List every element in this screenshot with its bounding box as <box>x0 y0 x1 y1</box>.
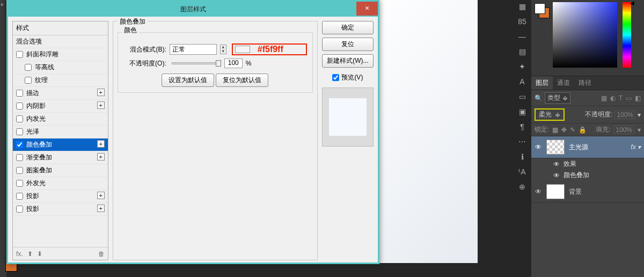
reset-default-button[interactable]: 复位为默认值 <box>216 74 268 87</box>
style-row[interactable]: 外发光 <box>13 177 108 190</box>
panel-icon[interactable]: — <box>518 32 526 41</box>
style-checkbox[interactable] <box>16 90 23 97</box>
tab-channels[interactable]: 通道 <box>553 76 574 90</box>
layer-item[interactable]: 👁主光源fx ▾ <box>531 136 644 158</box>
style-row[interactable]: 内阴影+ <box>13 100 108 113</box>
fx-badge[interactable]: fx ▾ <box>631 143 641 151</box>
style-row[interactable]: 图案叠加 <box>13 164 108 177</box>
lock-position-icon[interactable]: ✥ <box>561 126 567 134</box>
style-checkbox[interactable] <box>16 128 23 135</box>
style-row[interactable]: 斜面和浮雕 <box>13 48 108 61</box>
chevron-down-icon[interactable]: ▾ <box>638 126 641 134</box>
lock-pixels-icon[interactable]: ▩ <box>552 126 558 134</box>
hue-slider[interactable] <box>623 2 631 68</box>
style-row[interactable]: 等高线 <box>13 61 108 74</box>
panel-icon[interactable]: ▣ <box>519 107 526 116</box>
add-instance-icon[interactable]: + <box>97 89 105 96</box>
visibility-icon[interactable]: 👁 <box>535 143 542 151</box>
style-row[interactable]: 投影+ <box>13 203 108 216</box>
preview-checkbox[interactable]: 预览(V) <box>322 73 374 82</box>
visibility-icon[interactable]: 👁 <box>553 172 560 179</box>
color-swatch[interactable] <box>235 46 250 53</box>
style-row[interactable]: 投影+ <box>13 190 108 203</box>
trash-icon[interactable]: 🗑 <box>98 250 105 258</box>
add-instance-icon[interactable]: + <box>97 140 105 148</box>
set-default-button[interactable]: 设置为默认值 <box>162 74 214 87</box>
add-instance-icon[interactable]: + <box>97 205 105 212</box>
panel-icon[interactable]: ▭ <box>519 92 526 101</box>
lock-brush-icon[interactable]: ✎ <box>570 126 575 134</box>
filter-shape-icon[interactable]: ▭ <box>626 94 632 102</box>
style-row[interactable]: 颜色叠加+ <box>13 138 108 151</box>
layer-thumbnail[interactable] <box>546 184 565 199</box>
new-style-button[interactable]: 新建样式(W)... <box>322 54 374 68</box>
color-field[interactable] <box>553 2 617 68</box>
style-row[interactable]: 描边+ <box>13 87 108 100</box>
filter-kind-select[interactable]: 类型≑ <box>545 92 570 104</box>
style-checkbox[interactable] <box>16 193 23 200</box>
move-up-icon[interactable]: ⬆ <box>27 250 33 258</box>
move-tool-icon[interactable]: ▹ <box>1 1 4 7</box>
add-instance-icon[interactable]: + <box>97 153 105 161</box>
tab-layers[interactable]: 图层 <box>531 76 553 90</box>
panel-icon[interactable]: ℹ <box>521 152 524 161</box>
style-checkbox[interactable] <box>16 167 23 174</box>
style-checkbox[interactable] <box>16 103 23 110</box>
style-checkbox[interactable] <box>16 115 23 122</box>
filter-smart-icon[interactable]: ◧ <box>635 94 641 102</box>
blend-spinner[interactable]: ▲▼ <box>220 45 226 54</box>
style-row[interactable]: 混合选项 <box>13 35 108 48</box>
panel-icon[interactable]: ¶ <box>520 122 524 131</box>
tab-paths[interactable]: 路径 <box>574 76 596 90</box>
dialog-close-button[interactable]: × <box>356 2 378 16</box>
panel-icon[interactable]: ⊕ <box>519 183 525 191</box>
chevron-down-icon[interactable]: ▾ <box>638 111 641 119</box>
style-row[interactable]: 渐变叠加+ <box>13 151 108 164</box>
move-down-icon[interactable]: ⬇ <box>37 250 42 258</box>
layer-blend-mode-select[interactable]: 柔光≑ <box>535 108 565 121</box>
panel-icon[interactable]: ▦ <box>519 2 526 11</box>
style-row[interactable]: 纹理 <box>13 74 108 87</box>
fx-effect-item[interactable]: 👁颜色叠加 <box>531 170 644 181</box>
foreground-color-swatch[interactable] <box>535 3 545 14</box>
style-checkbox[interactable] <box>16 51 23 58</box>
opacity-slider[interactable] <box>172 62 219 64</box>
add-instance-icon[interactable]: + <box>97 192 105 199</box>
fill-value[interactable]: 100% <box>613 126 634 134</box>
style-checkbox[interactable] <box>16 206 23 213</box>
panel-icon[interactable]: ▤ <box>519 47 526 56</box>
style-checkbox[interactable] <box>25 64 32 71</box>
layer-item[interactable]: 👁背景 <box>531 181 644 203</box>
ok-button[interactable]: 确定 <box>322 21 374 34</box>
panel-icon[interactable]: ᵗA <box>518 167 525 176</box>
blend-mode-select[interactable]: 正常 <box>170 44 217 55</box>
cancel-button[interactable]: 复位 <box>322 38 374 51</box>
style-checkbox[interactable] <box>16 180 23 187</box>
fx-effects-row[interactable]: 👁效果 <box>531 158 644 170</box>
panel-icon[interactable]: ⋯ <box>518 137 526 146</box>
add-instance-icon[interactable]: + <box>97 101 105 109</box>
fx-menu-icon[interactable]: fx. <box>16 250 23 258</box>
style-row[interactable]: 内发光 <box>13 113 108 126</box>
lock-all-icon[interactable]: 🔒 <box>579 126 587 134</box>
filter-pixel-icon[interactable]: ▩ <box>601 94 607 102</box>
panel-icon[interactable]: ✦ <box>519 62 525 71</box>
canvas[interactable] <box>378 0 478 263</box>
dialog-title-bar[interactable]: 图层样式 × <box>8 2 378 17</box>
filter-type-icon[interactable]: T <box>619 94 623 102</box>
style-row[interactable]: 光泽 <box>13 126 108 138</box>
panel-icon[interactable]: 85 <box>518 17 526 26</box>
style-label: 描边 <box>26 89 39 98</box>
style-checkbox[interactable] <box>16 154 23 161</box>
style-checkbox[interactable] <box>16 141 23 148</box>
opacity-value[interactable]: 100% <box>614 111 635 119</box>
visibility-icon[interactable]: 👁 <box>553 161 560 168</box>
filter-kind-icon[interactable]: 🔍 <box>535 94 543 102</box>
panel-icon[interactable]: A <box>519 77 524 86</box>
layer-thumbnail[interactable] <box>546 140 565 155</box>
style-checkbox[interactable] <box>25 77 32 84</box>
visibility-icon[interactable]: 👁 <box>535 188 542 195</box>
color-overlay-annotation[interactable]: #f5f9ff <box>232 43 307 55</box>
filter-adjust-icon[interactable]: ◐ <box>610 94 616 102</box>
opacity-input[interactable]: 100 <box>224 59 243 68</box>
